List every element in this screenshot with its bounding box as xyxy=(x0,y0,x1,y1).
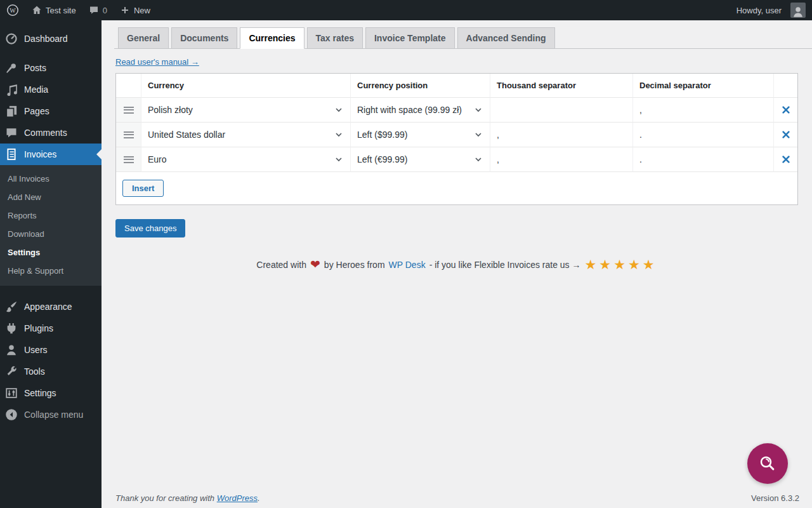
svg-text:W: W xyxy=(10,7,16,14)
currency-select[interactable]: Polish złoty xyxy=(148,105,344,115)
thousand-separator-cell xyxy=(490,147,633,172)
sidebar-label: Users xyxy=(24,345,48,355)
currency-position-select[interactable]: Left (€99.99) xyxy=(357,154,483,164)
thousand-separator-input[interactable] xyxy=(497,154,626,164)
decimal-separator-cell xyxy=(633,98,774,123)
comments-count: 0 xyxy=(103,6,107,15)
version-label: Version 6.3.2 xyxy=(751,493,799,503)
sidebar-item-plugins[interactable]: Plugins xyxy=(0,318,102,339)
tab-currencies[interactable]: Currencies xyxy=(240,27,304,49)
drag-handle[interactable] xyxy=(116,123,141,147)
tab-documents[interactable]: Documents xyxy=(171,27,237,49)
heart-icon: ❤ xyxy=(310,258,320,271)
collapse-icon xyxy=(5,408,18,421)
position-cell: Left ($99.99) xyxy=(351,123,490,147)
sidebar-item-pages[interactable]: Pages xyxy=(0,100,102,122)
admin-footer: Thank you for creating with WordPress. V… xyxy=(102,493,812,503)
comment-bubble-icon xyxy=(89,5,99,15)
sidebar-item-invoices[interactable]: Invoices xyxy=(0,144,102,165)
header-thousand-separator: Thousand separator xyxy=(490,74,633,98)
help-search-button[interactable] xyxy=(747,443,788,484)
comments-admin-bar[interactable]: 0 xyxy=(82,0,114,20)
tab-invoice-template[interactable]: Invoice Template xyxy=(365,27,455,49)
account-menu[interactable]: Howdy, user xyxy=(730,0,812,20)
drag-handle[interactable] xyxy=(116,147,141,172)
currency-cell: Polish złoty xyxy=(141,98,351,123)
sidebar-item-posts[interactable]: Posts xyxy=(0,57,102,79)
promo-text-by: by Heroes from xyxy=(324,260,385,270)
tab-general[interactable]: General xyxy=(118,27,169,49)
save-changes-button[interactable]: Save changes xyxy=(115,219,185,237)
chevron-down-icon xyxy=(473,130,483,140)
wp-desk-link[interactable]: WP Desk xyxy=(389,260,426,270)
thousand-separator-input[interactable] xyxy=(497,105,626,115)
main-content: General Documents Currencies Tax rates I… xyxy=(102,20,812,508)
chevron-down-icon xyxy=(334,154,344,164)
sidebar-item-users[interactable]: Users xyxy=(0,339,102,361)
howdy-label: Howdy, user xyxy=(737,6,782,15)
media-icon xyxy=(5,83,18,96)
sidebar-label: Settings xyxy=(24,388,56,398)
tools-icon xyxy=(5,365,18,378)
currency-select-value: Polish złoty xyxy=(148,105,193,115)
drag-handle-icon xyxy=(124,105,134,115)
sidebar-item-appearance[interactable]: Appearance xyxy=(0,296,102,318)
sidebar-item-dashboard[interactable]: Dashboard xyxy=(0,28,102,50)
header-drag-column xyxy=(116,74,141,98)
currency-position-select[interactable]: Right with space (99.99 zł) xyxy=(357,105,483,115)
invoice-icon xyxy=(5,148,18,161)
decimal-separator-input[interactable] xyxy=(639,105,767,115)
appearance-icon xyxy=(5,300,18,313)
drag-handle[interactable] xyxy=(116,98,141,123)
sidebar-item-comments[interactable]: Comments xyxy=(0,122,102,144)
promo-line: Created with ❤ by Heroes from WP Desk - … xyxy=(102,258,812,271)
submenu-add-new[interactable]: Add New xyxy=(0,188,102,206)
sidebar-item-settings[interactable]: Settings xyxy=(0,382,102,404)
rating-stars-icon[interactable]: ★★★★★ xyxy=(585,258,657,271)
submenu-all-invoices[interactable]: All Invoices xyxy=(0,170,102,188)
wordpress-link[interactable]: WordPress xyxy=(217,493,258,503)
admin-bar: W Test site 0 New Howdy, user xyxy=(0,0,812,20)
collapse-menu-button[interactable]: Collapse menu xyxy=(0,404,102,425)
footer-period: . xyxy=(258,493,260,503)
sidebar-label: Appearance xyxy=(24,302,72,312)
wordpress-logo-icon[interactable]: W xyxy=(0,0,25,20)
pin-icon xyxy=(5,62,18,74)
sidebar-label: Plugins xyxy=(24,323,53,333)
home-icon xyxy=(32,5,42,15)
delete-row-button[interactable] xyxy=(774,123,797,147)
sidebar-item-media[interactable]: Media xyxy=(0,79,102,100)
delete-row-button[interactable] xyxy=(774,147,797,172)
decimal-separator-cell xyxy=(633,147,774,172)
avatar xyxy=(790,3,806,18)
insert-button[interactable]: Insert xyxy=(122,180,164,197)
tab-advanced-sending[interactable]: Advanced Sending xyxy=(457,27,555,49)
sidebar-item-tools[interactable]: Tools xyxy=(0,361,102,382)
submenu-help-support[interactable]: Help & Support xyxy=(0,262,102,280)
submenu-download[interactable]: Download xyxy=(0,225,102,243)
currency-position-select[interactable]: Left ($99.99) xyxy=(357,130,483,140)
tab-tax-rates[interactable]: Tax rates xyxy=(307,27,363,49)
thousand-separator-cell xyxy=(490,98,633,123)
delete-x-icon xyxy=(782,155,790,164)
promo-text-rate: - if you like Flexible Invoices rate us … xyxy=(429,260,581,270)
decimal-separator-input[interactable] xyxy=(639,130,767,140)
delete-row-button[interactable] xyxy=(774,98,797,123)
currency-select[interactable]: United States dollar xyxy=(148,130,344,140)
thousand-separator-input[interactable] xyxy=(497,130,626,140)
decimal-separator-input[interactable] xyxy=(639,154,767,164)
submenu-reports[interactable]: Reports xyxy=(0,206,102,225)
currency-select[interactable]: Euro xyxy=(148,154,344,164)
currency-select-value: United States dollar xyxy=(148,130,225,140)
new-content-button[interactable]: New xyxy=(114,0,157,20)
magnifier-icon xyxy=(758,454,777,473)
site-name-link[interactable]: Test site xyxy=(25,0,82,20)
settings-tabs: General Documents Currencies Tax rates I… xyxy=(114,27,812,49)
submenu-settings[interactable]: Settings xyxy=(0,243,102,262)
footer-thanks: Thank you for creating with WordPress. xyxy=(115,493,260,503)
position-select-value: Left (€99.99) xyxy=(357,154,407,164)
read-manual-link[interactable]: Read user's manual → xyxy=(115,57,199,67)
user-icon xyxy=(5,344,18,356)
delete-x-icon xyxy=(782,105,790,114)
insert-row: Insert xyxy=(116,172,797,204)
